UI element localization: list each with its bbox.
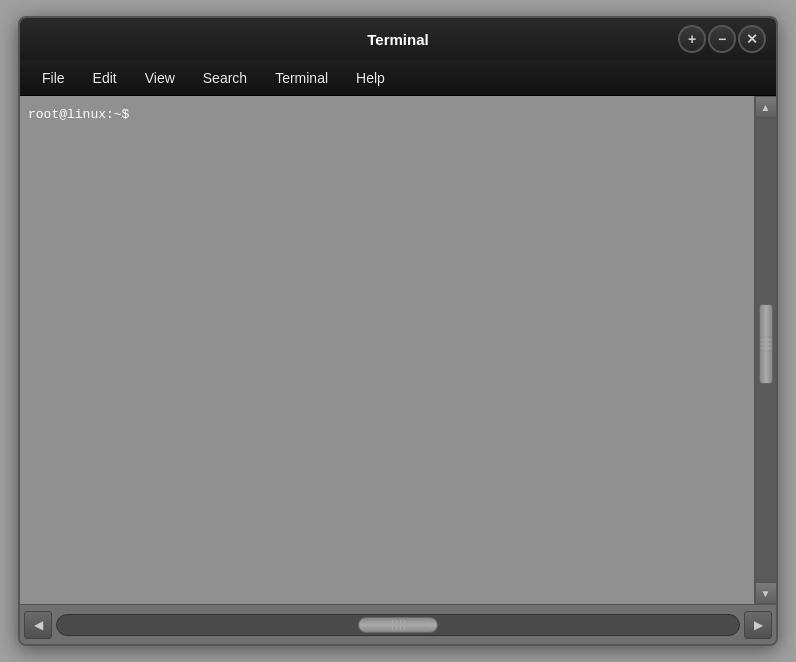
menu-edit[interactable]: Edit	[79, 66, 131, 90]
menu-search[interactable]: Search	[189, 66, 261, 90]
scroll-track-vertical[interactable]	[755, 118, 776, 582]
scroll-track-horizontal[interactable]	[56, 614, 740, 636]
horizontal-scrollbar-area: ◀ ▶	[20, 604, 776, 644]
scroll-down-button[interactable]: ▼	[755, 582, 777, 604]
menu-file[interactable]: File	[28, 66, 79, 90]
scroll-down-icon: ▼	[761, 588, 771, 599]
grip-line-2	[761, 343, 771, 344]
vertical-scrollbar: ▲ ▼	[754, 96, 776, 604]
title-bar: Terminal + − ✕	[20, 18, 776, 60]
window-title: Terminal	[367, 31, 428, 48]
menu-help[interactable]: Help	[342, 66, 399, 90]
scroll-left-button[interactable]: ◀	[24, 611, 52, 639]
scroll-right-icon: ▶	[754, 618, 763, 632]
terminal-body: root@linux:~$ ▲ ▼	[20, 96, 776, 604]
terminal-prompt: root@linux:~$	[28, 107, 129, 122]
close-button[interactable]: ✕	[738, 25, 766, 53]
scroll-up-button[interactable]: ▲	[755, 96, 777, 118]
terminal-window: Terminal + − ✕ File Edit View Search Ter…	[18, 16, 778, 646]
scroll-left-icon: ◀	[34, 618, 43, 632]
h-grip-4	[404, 620, 405, 630]
scroll-right-button[interactable]: ▶	[744, 611, 772, 639]
add-button[interactable]: +	[678, 25, 706, 53]
scroll-thumb-horizontal[interactable]	[358, 617, 438, 633]
window-controls: + − ✕	[678, 25, 766, 53]
grip-line-3	[761, 347, 771, 348]
scroll-thumb-vertical[interactable]	[759, 304, 773, 384]
menu-view[interactable]: View	[131, 66, 189, 90]
minimize-button[interactable]: −	[708, 25, 736, 53]
h-grip-1	[392, 620, 393, 630]
grip-line-1	[761, 339, 771, 340]
terminal-screen[interactable]: root@linux:~$	[20, 96, 754, 604]
scroll-up-icon: ▲	[761, 102, 771, 113]
scroll-grip-vertical	[761, 339, 771, 348]
menu-terminal[interactable]: Terminal	[261, 66, 342, 90]
h-grip-2	[396, 620, 397, 630]
h-grip-3	[400, 620, 401, 630]
menu-bar: File Edit View Search Terminal Help	[20, 60, 776, 96]
